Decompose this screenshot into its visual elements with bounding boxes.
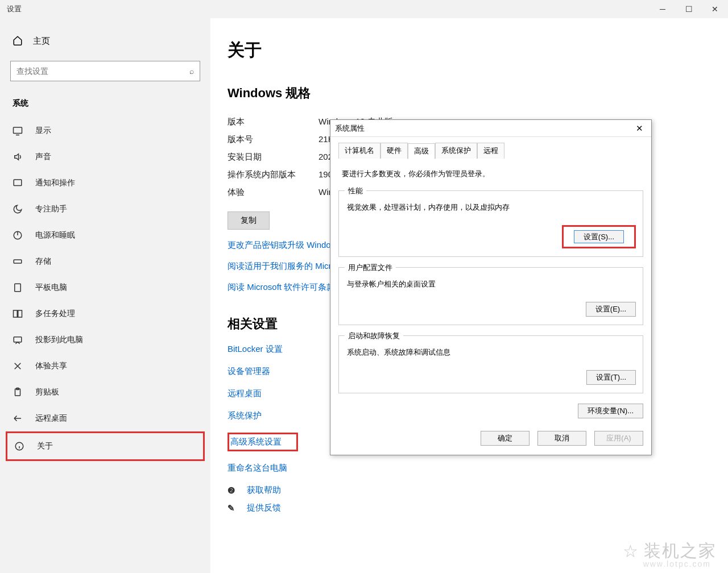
home-icon [13,35,25,47]
dialog-title: 系统属性 [335,123,365,134]
star-icon: ☆ [623,541,639,561]
group-description: 与登录帐户相关的桌面设置 [347,279,635,289]
startup-settings-button[interactable]: 设置(T)... [586,370,636,385]
sidebar-item-projecting[interactable]: 投影到此电脑 [6,327,205,353]
project-icon [13,335,25,345]
sidebar-item-tablet[interactable]: 平板电脑 [6,275,205,301]
tab-advanced[interactable]: 高级 [408,143,435,159]
performance-settings-highlight: 设置(S)... [562,225,636,248]
sidebar-item-label: 关于 [37,441,53,451]
multitask-icon [13,309,25,319]
dialog-actions: 确定 取消 应用(A) [338,431,643,448]
sidebar-item-multitask[interactable]: 多任务处理 [6,301,205,327]
tablet-icon [13,283,25,293]
related-advanced-settings[interactable]: 高级系统设置 [228,433,298,451]
group-title: 性能 [345,186,366,196]
sidebar-item-shared[interactable]: 体验共享 [6,353,205,379]
cancel-button[interactable]: 取消 [537,431,586,446]
sidebar-item-storage[interactable]: 存储 [6,248,205,275]
sidebar-item-clipboard[interactable]: 剪贴板 [6,379,205,405]
spec-label: 版本号 [228,134,318,145]
close-button[interactable]: ✕ [702,0,728,18]
sidebar-item-label: 远程桌面 [35,413,67,423]
sidebar-item-label: 显示 [35,126,51,136]
specs-title: Windows 规格 [228,85,711,102]
speaker-icon [13,152,25,162]
minimize-button[interactable]: ─ [650,0,676,18]
group-user-profiles: 用户配置文件 与登录帐户相关的桌面设置 设置(E)... [338,267,643,325]
sidebar-item-about[interactable]: 关于 [6,431,205,461]
ok-button[interactable]: 确定 [481,431,530,446]
sidebar-item-label: 平板电脑 [35,283,67,293]
extra-label: 提供反馈 [247,503,281,513]
performance-settings-button[interactable]: 设置(S)... [574,230,624,243]
group-title: 用户配置文件 [345,263,396,273]
storage-icon [13,256,25,267]
svg-rect-5 [14,310,18,317]
dialog-tabs: 计算机名 硬件 高级 系统保护 远程 [338,143,643,159]
close-x-icon [13,361,25,371]
tab-hardware[interactable]: 硬件 [380,143,408,159]
copy-button[interactable]: 复制 [228,211,270,230]
titlebar: 设置 ─ ☐ ✕ [0,0,728,18]
sidebar-item-sound[interactable]: 声音 [6,144,205,170]
remote-icon [13,413,25,423]
sidebar-item-label: 投影到此电脑 [35,335,83,345]
profiles-settings-button[interactable]: 设置(E)... [586,302,636,317]
clipboard-icon [13,387,25,397]
sidebar-item-label: 专注助手 [35,204,67,214]
home-label: 主页 [33,36,50,47]
spec-label: 体验 [228,187,318,198]
sidebar-item-remote[interactable]: 远程桌面 [6,405,205,431]
svg-rect-7 [14,337,22,342]
window-controls: ─ ☐ ✕ [650,0,728,18]
search-input[interactable]: ⌕ [10,61,200,81]
sidebar-item-notifications[interactable]: 通知和操作 [6,170,205,196]
sidebar: 主页 ⌕ 系统 显示 声音 通知和操作 专注助手 电源和睡眠 存储 [0,18,210,573]
get-help-link[interactable]: ❷ 获取帮助 [228,485,711,496]
moon-icon [13,204,25,214]
spec-label: 操作系统内部版本 [228,169,318,180]
group-description: 系统启动、系统故障和调试信息 [347,347,635,358]
apply-button[interactable]: 应用(A) [594,431,643,446]
sidebar-item-label: 多任务处理 [35,309,75,319]
sidebar-item-label: 剪贴板 [35,387,59,397]
sidebar-item-label: 电源和睡眠 [35,230,75,240]
notification-icon [13,178,25,188]
sidebar-section-header: 系统 [6,94,205,118]
feedback-link[interactable]: ✎ 提供反馈 [228,503,711,513]
maximize-button[interactable]: ☐ [676,0,702,18]
environment-variables-button[interactable]: 环境变量(N)... [578,404,643,418]
svg-rect-3 [14,260,22,263]
extra-label: 获取帮助 [247,485,281,496]
group-startup-recovery: 启动和故障恢复 系统启动、系统故障和调试信息 设置(T)... [338,335,643,393]
sidebar-item-display[interactable]: 显示 [6,118,205,144]
svg-rect-1 [14,180,22,186]
tab-remote[interactable]: 远程 [477,143,504,159]
sidebar-item-label: 声音 [35,152,51,162]
tab-computer-name[interactable]: 计算机名 [338,143,380,159]
sidebar-item-label: 体验共享 [35,361,67,371]
dialog-admin-note: 要进行大多数更改，你必须作为管理员登录。 [342,169,640,179]
tab-system-protection[interactable]: 系统保护 [435,143,477,159]
home-link[interactable]: 主页 [6,30,205,53]
group-performance: 性能 视觉效果，处理器计划，内存使用，以及虚拟内存 设置(S)... [338,190,643,257]
related-rename-pc[interactable]: 重命名这台电脑 [228,463,711,474]
sidebar-item-label: 通知和操作 [35,178,75,188]
dialog-titlebar[interactable]: 系统属性 ✕ [330,120,651,137]
svg-rect-0 [14,127,22,134]
search-field[interactable] [16,67,189,76]
svg-rect-4 [15,284,21,292]
sidebar-item-focus[interactable]: 专注助手 [6,196,205,222]
feedback-icon: ✎ [228,503,242,513]
svg-rect-6 [18,310,22,317]
dialog-close-button[interactable]: ✕ [632,123,647,134]
help-icon: ❷ [228,485,242,496]
power-icon [13,230,25,240]
sidebar-item-power[interactable]: 电源和睡眠 [6,222,205,248]
group-description: 视觉效果，处理器计划，内存使用，以及虚拟内存 [347,202,635,213]
spec-label: 安装日期 [228,152,318,163]
watermark-url: www.lotpc.com [643,559,711,568]
window-title: 设置 [7,4,22,14]
group-title: 启动和故障恢复 [345,331,403,341]
